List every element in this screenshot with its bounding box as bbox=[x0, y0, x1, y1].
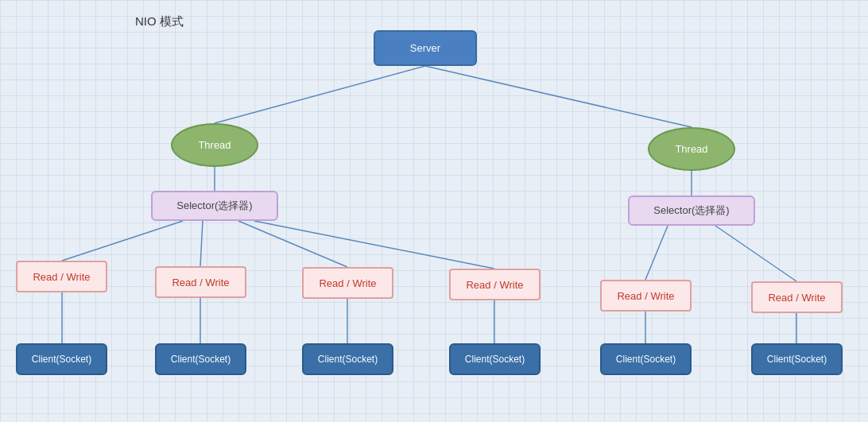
rw-node-4: Read / Write bbox=[449, 269, 541, 300]
rw-node-6: Read / Write bbox=[751, 281, 843, 313]
rw-label-4: Read / Write bbox=[466, 279, 523, 291]
selector-node-right: Selector(选择器) bbox=[628, 196, 755, 226]
thread-node-left: Thread bbox=[171, 123, 258, 167]
selector-left-label: Selector(选择器) bbox=[176, 199, 252, 213]
svg-line-7 bbox=[254, 221, 494, 269]
rw-node-1: Read / Write bbox=[16, 261, 107, 292]
client-node-2: Client(Socket) bbox=[155, 343, 246, 375]
svg-line-1 bbox=[425, 66, 692, 127]
diagram-canvas: NIO 模式 Server bbox=[0, 0, 868, 422]
client-node-1: Client(Socket) bbox=[16, 343, 107, 375]
client-label-6: Client(Socket) bbox=[767, 354, 827, 365]
diagram-title: NIO 模式 bbox=[135, 14, 184, 29]
client-label-2: Client(Socket) bbox=[171, 354, 231, 365]
svg-line-8 bbox=[645, 226, 668, 280]
thread-right-label: Thread bbox=[675, 143, 707, 155]
thread-node-right: Thread bbox=[648, 127, 735, 171]
server-node: Server bbox=[374, 30, 477, 66]
client-label-5: Client(Socket) bbox=[616, 354, 676, 365]
rw-label-5: Read / Write bbox=[617, 290, 674, 302]
server-label: Server bbox=[410, 42, 440, 54]
client-label-1: Client(Socket) bbox=[32, 354, 91, 365]
client-node-3: Client(Socket) bbox=[302, 343, 393, 375]
rw-node-3: Read / Write bbox=[302, 267, 393, 299]
thread-left-label: Thread bbox=[198, 139, 231, 151]
rw-label-1: Read / Write bbox=[33, 271, 90, 283]
client-label-3: Client(Socket) bbox=[318, 354, 378, 365]
client-label-4: Client(Socket) bbox=[465, 354, 525, 365]
selector-right-label: Selector(选择器) bbox=[653, 203, 729, 218]
svg-line-4 bbox=[62, 221, 183, 261]
rw-node-5: Read / Write bbox=[600, 280, 692, 312]
client-node-4: Client(Socket) bbox=[449, 343, 541, 375]
rw-node-2: Read / Write bbox=[155, 266, 246, 298]
client-node-6: Client(Socket) bbox=[751, 343, 843, 375]
rw-label-3: Read / Write bbox=[319, 277, 376, 289]
client-node-5: Client(Socket) bbox=[600, 343, 692, 375]
rw-label-2: Read / Write bbox=[172, 277, 229, 288]
svg-line-5 bbox=[200, 221, 203, 266]
svg-line-9 bbox=[715, 226, 796, 281]
svg-line-0 bbox=[215, 66, 425, 123]
selector-node-left: Selector(选择器) bbox=[151, 191, 278, 221]
rw-label-6: Read / Write bbox=[768, 292, 825, 304]
svg-line-6 bbox=[238, 221, 347, 267]
